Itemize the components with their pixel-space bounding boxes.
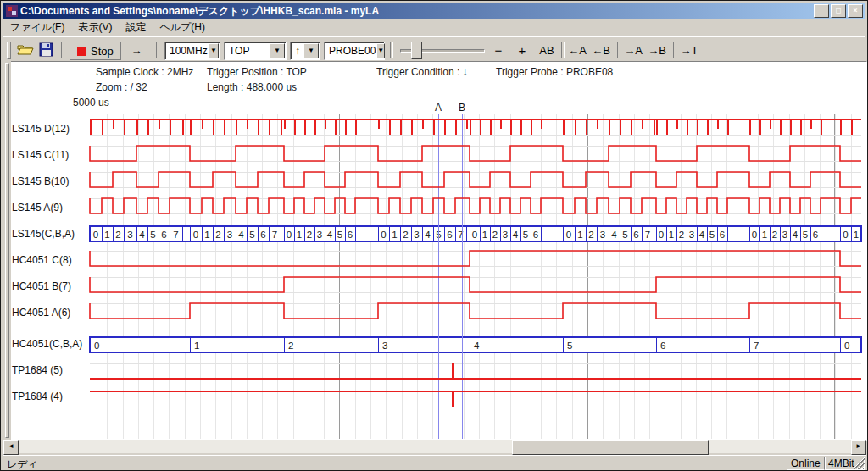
goto-cursor-a-right-button[interactable]: →A: [622, 42, 644, 58]
signal-label: LS145 B(10): [12, 175, 69, 187]
trigger-edge-combo[interactable]: ↑ ▼: [290, 42, 320, 60]
goto-trigger-button[interactable]: →T: [678, 42, 700, 58]
menu-help[interactable]: ヘルプ(H): [153, 19, 212, 36]
sample-clock-value: 100MHz: [165, 45, 208, 57]
goto-cursor-b-left-button[interactable]: ←B: [590, 42, 612, 58]
chevron-down-icon[interactable]: ▼: [270, 43, 285, 58]
signal-label: TP1684 (4): [12, 391, 63, 402]
menu-settings[interactable]: 設定: [119, 19, 153, 36]
toolbar-separator: [561, 42, 565, 58]
save-icon[interactable]: [39, 42, 56, 57]
minimize-button[interactable]: _: [814, 4, 829, 18]
zoom-info: Zoom : / 32: [96, 81, 147, 93]
signal-label: HC4051 A(6): [12, 307, 70, 319]
trigger-probe-info: Trigger Probe : PROBE08: [496, 66, 613, 78]
signal-label: LS145 D(12): [12, 123, 70, 135]
signal-label: TP1684 (5): [12, 364, 63, 376]
toolbar-separator: [61, 42, 64, 58]
signal-label: HC4051 C(8): [12, 254, 72, 266]
app-icon: [6, 5, 18, 17]
toolbar: Stop → 100MHz ▼ TOP ▼ ↑ ▼ PROBE00 ▼ − + …: [3, 36, 865, 62]
goto-cursor-a-left-button[interactable]: ←A: [566, 42, 588, 58]
toolbar-separator: [673, 42, 676, 58]
menu-bar: ファイル(F) 表示(V) 設定 ヘルプ(H): [3, 19, 865, 36]
zoom-slider-handle[interactable]: [411, 42, 422, 59]
chevron-down-icon[interactable]: ▼: [303, 43, 319, 58]
chevron-down-icon[interactable]: ▼: [376, 43, 385, 58]
sample-clock-info: Sample Clock : 2MHz: [96, 66, 193, 78]
run-button[interactable]: →: [124, 42, 149, 58]
trigger-position-value: TOP: [225, 45, 269, 57]
cursor-a-label[interactable]: A: [435, 102, 442, 114]
scrollbar-thumb[interactable]: [512, 440, 709, 455]
scroll-left-icon[interactable]: ◄: [3, 440, 19, 455]
timeline-label: 5000 us: [73, 97, 109, 108]
zoom-out-button[interactable]: −: [488, 42, 509, 58]
waveform-client-area[interactable]: [3, 61, 867, 441]
app-window: C:\Documents and Settings\noname\デスクトップ\…: [0, 0, 868, 471]
signal-label: LS145(C,B,A): [12, 228, 75, 240]
sample-clock-combo[interactable]: 100MHz ▼: [164, 42, 220, 60]
menu-file[interactable]: ファイル(F): [3, 19, 71, 36]
status-ready: レディ: [7, 457, 38, 471]
scroll-right-icon[interactable]: ►: [851, 440, 866, 455]
menu-view[interactable]: 表示(V): [71, 19, 119, 36]
status-online: Online: [787, 457, 826, 470]
toolbar-gripper[interactable]: [7, 42, 11, 59]
toolbar-separator: [617, 42, 620, 58]
open-file-icon[interactable]: [17, 42, 34, 57]
signal-label: LS145 C(11): [12, 149, 69, 161]
stop-label: Stop: [91, 45, 114, 58]
stop-icon: [77, 47, 86, 56]
status-bar: レディ Online 4MBit: [3, 455, 866, 470]
zoom-in-button[interactable]: +: [512, 42, 532, 58]
trigger-position-info: Trigger Position : TOP: [207, 66, 307, 78]
length-info: Length : 488.000 us: [207, 81, 297, 93]
signal-label: HC4051(C,B,A): [12, 338, 82, 350]
chevron-down-icon[interactable]: ▼: [209, 43, 219, 58]
trigger-probe-value: PROBE00: [325, 45, 376, 57]
toolbar-separator: [390, 42, 393, 58]
maximize-button[interactable]: □: [831, 4, 846, 18]
cursor-b-label[interactable]: B: [459, 102, 465, 114]
trigger-position-combo[interactable]: TOP ▼: [224, 42, 287, 60]
left-toolbar-strip: [3, 61, 11, 440]
trigger-condition-info: Trigger Condition : ↓: [376, 66, 468, 78]
window-title: C:\Documents and Settings\noname\デスクトップ\…: [20, 4, 379, 19]
close-button[interactable]: ×: [848, 4, 863, 18]
signal-label: HC4051 B(7): [12, 280, 71, 292]
title-bar[interactable]: C:\Documents and Settings\noname\デスクトップ\…: [3, 3, 865, 19]
zoom-ab-button[interactable]: AB: [536, 42, 558, 58]
trigger-probe-combo[interactable]: PROBE00 ▼: [324, 42, 385, 60]
trigger-edge-value: ↑: [291, 45, 303, 57]
resize-grip[interactable]: [854, 458, 865, 469]
goto-cursor-b-right-button[interactable]: →B: [646, 42, 668, 58]
signal-label: LS145 A(9): [12, 202, 63, 213]
toolbar-separator: [156, 42, 159, 58]
horizontal-scrollbar[interactable]: ◄ ►: [3, 440, 866, 453]
stop-button[interactable]: Stop: [70, 42, 121, 60]
